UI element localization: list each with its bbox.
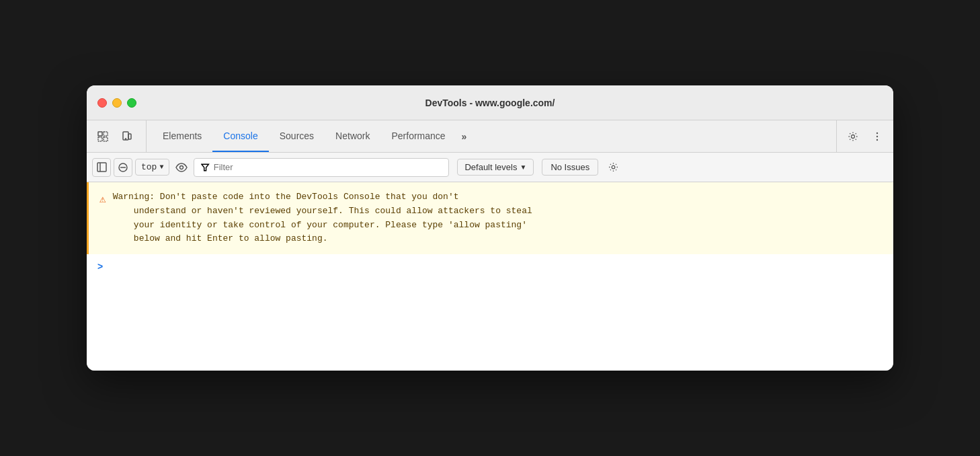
svg-point-10 xyxy=(876,139,878,140)
minimize-button[interactable] xyxy=(112,98,122,108)
console-content: ⚠ Warning: Don't paste code into the Dev… xyxy=(87,182,893,371)
console-prompt-line[interactable]: > xyxy=(87,254,893,278)
filter-icon xyxy=(201,163,209,172)
title-bar: DevTools - www.google.com/ xyxy=(87,85,893,120)
svg-point-17 xyxy=(612,165,615,169)
svg-rect-5 xyxy=(128,134,131,139)
issues-counter[interactable]: No Issues xyxy=(542,159,598,176)
devtools-settings-button[interactable] xyxy=(842,126,864,147)
svg-marker-16 xyxy=(202,164,208,170)
filter-input[interactable] xyxy=(214,162,442,172)
tab-bar: Elements Console Sources Network Perform… xyxy=(87,120,893,153)
tab-bar-right-icons xyxy=(836,120,888,152)
prompt-chevron: > xyxy=(97,261,103,272)
tab-performance[interactable]: Performance xyxy=(380,120,456,152)
tabs-container: Elements Console Sources Network Perform… xyxy=(152,120,836,152)
svg-point-8 xyxy=(876,132,878,133)
svg-rect-3 xyxy=(104,137,108,141)
close-button[interactable] xyxy=(97,98,107,108)
window-title: DevTools - www.google.com/ xyxy=(425,98,555,108)
tab-bar-left-icons xyxy=(92,120,147,152)
svg-point-6 xyxy=(125,138,126,139)
devtools-window: DevTools - www.google.com/ xyxy=(87,85,893,371)
clear-console-button[interactable] xyxy=(114,158,132,177)
more-tabs-button[interactable]: » xyxy=(456,120,473,152)
tab-elements[interactable]: Elements xyxy=(152,120,212,152)
traffic-lights xyxy=(97,98,136,108)
live-expressions-button[interactable] xyxy=(172,158,191,177)
svg-point-15 xyxy=(180,165,183,169)
console-toolbar: top ▼ Default levels ▼ No Issues xyxy=(87,153,893,182)
maximize-button[interactable] xyxy=(127,98,136,108)
inspect-element-icon[interactable] xyxy=(92,126,114,147)
svg-rect-11 xyxy=(97,163,106,172)
tab-console[interactable]: Console xyxy=(212,120,268,152)
warning-text: Warning: Don't paste code into the DevTo… xyxy=(113,190,532,246)
tab-network[interactable]: Network xyxy=(325,120,380,152)
svg-rect-2 xyxy=(98,137,102,141)
device-toolbar-icon[interactable] xyxy=(116,126,138,147)
warning-message: ⚠ Warning: Don't paste code into the Dev… xyxy=(87,182,893,254)
tab-sources[interactable]: Sources xyxy=(269,120,325,152)
filter-input-container[interactable] xyxy=(194,158,449,177)
sidebar-toggle-button[interactable] xyxy=(92,158,111,177)
console-settings-button[interactable] xyxy=(604,158,622,177)
svg-point-9 xyxy=(876,135,878,137)
svg-rect-1 xyxy=(104,132,108,136)
warning-icon: ⚠ xyxy=(99,192,106,246)
context-selector[interactable]: top ▼ xyxy=(135,159,169,176)
svg-point-7 xyxy=(852,135,855,138)
devtools-more-options-button[interactable] xyxy=(866,126,888,147)
log-levels-selector[interactable]: Default levels ▼ xyxy=(457,159,534,176)
svg-rect-0 xyxy=(98,132,102,136)
